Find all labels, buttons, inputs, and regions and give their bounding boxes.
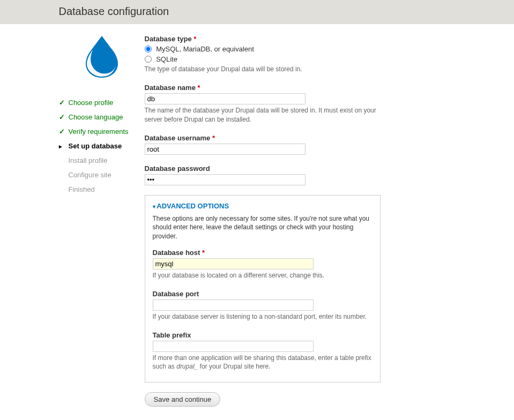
db-type-description: The type of database your Drupal data wi… — [145, 65, 456, 74]
db-type-option-sqlite[interactable]: SQLite — [156, 55, 177, 63]
drupal-logo-icon — [59, 35, 145, 80]
step-finished: Finished — [59, 182, 145, 197]
db-type-radio-mysql[interactable] — [145, 46, 152, 52]
db-host-group: Database host * If your database is loca… — [153, 249, 373, 280]
db-type-radio-sqlite[interactable] — [145, 56, 152, 63]
advanced-options-toggle[interactable]: ADVANCED OPTIONS — [153, 202, 229, 210]
db-username-label: Database username * — [145, 134, 456, 142]
db-password-label: Database password — [145, 164, 456, 172]
step-install-profile: Install profile — [59, 153, 145, 168]
table-prefix-description: If more than one application will be sha… — [153, 354, 373, 372]
db-password-input[interactable] — [145, 174, 306, 185]
db-type-group: Database type * MySQL, MariaDB, or equiv… — [145, 35, 456, 74]
db-type-label: Database type * — [145, 35, 456, 43]
advanced-options-fieldset: ADVANCED OPTIONS These options are only … — [145, 195, 381, 383]
db-name-input[interactable] — [145, 93, 306, 104]
db-username-group: Database username * — [145, 134, 456, 155]
step-set-up-database: Set up database — [59, 139, 145, 153]
db-name-description: The name of the database your Drupal dat… — [145, 106, 381, 124]
db-host-label: Database host * — [153, 249, 373, 257]
db-port-description: If your database server is listening to … — [153, 312, 373, 321]
table-prefix-label: Table prefix — [153, 331, 373, 339]
table-prefix-input[interactable] — [153, 341, 314, 352]
db-name-label: Database name * — [145, 84, 456, 92]
svg-point-0 — [96, 68, 100, 71]
db-port-input[interactable] — [153, 299, 314, 311]
db-host-description: If your database is located on a differe… — [153, 271, 373, 280]
db-port-label: Database port — [153, 290, 373, 298]
step-choose-profile: Choose profile — [59, 95, 145, 110]
db-host-input[interactable] — [153, 258, 314, 269]
db-type-option-mysql[interactable]: MySQL, MariaDB, or equivalent — [156, 45, 254, 53]
step-configure-site: Configure site — [59, 168, 145, 182]
save-and-continue-button[interactable]: Save and continue — [145, 392, 221, 407]
step-verify-requirements: Verify requirements — [59, 124, 145, 139]
step-choose-language: Choose language — [59, 110, 145, 124]
sidebar: Choose profile Choose language Verify re… — [59, 35, 145, 407]
db-name-group: Database name * The name of the database… — [145, 84, 456, 124]
db-port-group: Database port If your database server is… — [153, 290, 373, 321]
form: Database type * MySQL, MariaDB, or equiv… — [145, 35, 456, 407]
table-prefix-group: Table prefix If more than one applicatio… — [153, 331, 373, 372]
page-title: Database configuration — [59, 5, 456, 18]
db-username-input[interactable] — [145, 144, 306, 155]
advanced-options-intro: These options are only necessary for som… — [153, 214, 373, 241]
install-steps: Choose profile Choose language Verify re… — [59, 95, 145, 197]
db-password-group: Database password — [145, 164, 456, 185]
